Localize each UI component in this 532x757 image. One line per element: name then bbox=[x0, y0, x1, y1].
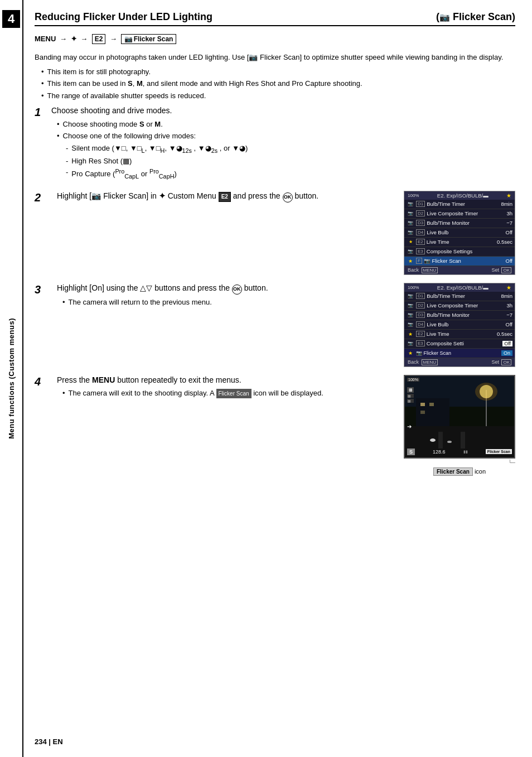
row2-name-d1: Bulb/Time Timer bbox=[427, 293, 501, 299]
menu2-row-e2: ★ E2 Live Time 0.5sec bbox=[404, 330, 515, 339]
row2-icon-e2: ★ bbox=[407, 331, 414, 337]
sidebar-chapter-number: 4 bbox=[2, 10, 20, 28]
menu-path: MENU → ✦ → E2 → 📷 Flicker Scan bbox=[35, 32, 515, 46]
step-2-content: Highlight [📷 Flicker Scan] in ✦ Custom M… bbox=[57, 191, 393, 275]
camera-icon-title: 📷 bbox=[439, 12, 450, 22]
row-val-d2: 3h bbox=[506, 210, 512, 216]
camera-sym: 📷 bbox=[124, 35, 133, 43]
menu2-row-e3: 📷 E3 Composite Setti Off bbox=[404, 339, 515, 349]
row-icon-d3: 📷 bbox=[407, 220, 414, 226]
menu2-row-f: ★ 📷 Flicker Scan On bbox=[404, 349, 515, 358]
bullet-text-3: The range of available shutter speeds is… bbox=[47, 90, 206, 102]
step-2-title: Highlight [📷 Flicker Scan] in ✦ Custom M… bbox=[57, 191, 393, 202]
step-4-bullets: The camera will exit to the shooting dis… bbox=[62, 388, 393, 399]
arrow-indicator: ➔ bbox=[407, 423, 412, 430]
row2-name-d3: Bulb/Time Monitor bbox=[427, 312, 506, 318]
step-3-content: Highlight [On] using the △▽ buttons and … bbox=[57, 283, 393, 367]
svg-rect-9 bbox=[420, 403, 425, 406]
step-4-image: 100% ▩ ▩ ▩ ➔ S bbox=[404, 375, 515, 476]
title-left: Reducing Flicker Under LED Lighting bbox=[35, 11, 212, 23]
row2-icon-e3: 📷 bbox=[407, 340, 414, 347]
row2-label-d1: D1 bbox=[416, 293, 425, 299]
camera-display: 100% ▩ ▩ ▩ ➔ S bbox=[404, 375, 515, 459]
status-icon-1: ▩ bbox=[407, 387, 414, 393]
flicker-scan-menu-path: 📷 Flicker Scan bbox=[121, 34, 177, 44]
menu2-row-d1: 📷 D1 Bulb/Time Timer 8min bbox=[404, 292, 515, 301]
flicker-scan-badge-display: Flicker Scan bbox=[486, 449, 512, 454]
menu-row-d4: 📷 D4 Live Bulb Off bbox=[404, 228, 515, 238]
step-1-content: Choose shooting and drive modes. Choose … bbox=[51, 105, 515, 182]
svg-point-7 bbox=[475, 383, 497, 401]
row-label-f: F bbox=[416, 258, 422, 264]
row2-icon-f: ★ bbox=[407, 350, 414, 356]
row-icon-e3: 📷 bbox=[407, 248, 414, 255]
footer-set-1: Set OK bbox=[491, 267, 511, 273]
row-name-e3: Composite Settings bbox=[427, 248, 512, 254]
row2-val-d3: −7 bbox=[506, 312, 512, 318]
battery-icon: ▮▮ bbox=[463, 450, 468, 454]
svg-rect-3 bbox=[438, 432, 443, 449]
step-1-dash-1: Silent mode (▼□, ▼□L, ▼□H, ▼◕12s , ▼◕2s … bbox=[66, 143, 515, 156]
flicker-badge-legend: Flicker Scan bbox=[433, 467, 473, 476]
arrow2: → bbox=[80, 35, 88, 43]
row2-val-e2: 0.5sec bbox=[497, 331, 512, 337]
step-1-title: Choose shooting and drive modes. bbox=[51, 105, 515, 117]
row2-val-d2: 3h bbox=[506, 302, 512, 308]
bullet-list-desc: This item is for still photography. This… bbox=[41, 66, 515, 102]
camera-menu-1-header: 100% E2. Exp/ISO/BULB/▬ ★ bbox=[404, 191, 515, 200]
row-val-d4: Off bbox=[506, 229, 513, 235]
row-label-e2: E2 bbox=[416, 239, 425, 245]
step-3-number: 3 bbox=[35, 283, 51, 367]
row-label-d1: D1 bbox=[416, 201, 425, 207]
row2-val-f: On bbox=[501, 350, 512, 356]
arrow1: → bbox=[60, 35, 67, 43]
camera-menu-1-footer: Back MENU Set OK bbox=[404, 266, 515, 274]
row2-label-e2: E2 bbox=[416, 331, 425, 337]
row2-label-d3: D3 bbox=[416, 312, 425, 318]
row2-label-e3: E3 bbox=[416, 340, 425, 346]
step-2-number: 2 bbox=[35, 191, 51, 275]
star-icon-m1: ★ bbox=[506, 192, 511, 199]
menu-row-e3: 📷 E3 Composite Settings bbox=[404, 247, 515, 257]
step-1-dash-2: High Res Shot (▦) bbox=[66, 156, 515, 167]
row-icon-d1: 📷 bbox=[407, 201, 414, 208]
ok-button-s3: OK bbox=[232, 285, 242, 295]
footer-set-2: Set OK bbox=[491, 359, 511, 365]
row-label-d4: D4 bbox=[416, 229, 425, 235]
row-label-d2: D2 bbox=[416, 210, 425, 216]
step-4-content: Press the MENU button repeatedly to exit… bbox=[57, 375, 393, 476]
status-icon-2: ▩ bbox=[407, 394, 414, 398]
step-1-bullets: Choose shooting mode S or M. Choose one … bbox=[57, 119, 515, 182]
row-name-d4: Live Bulb bbox=[427, 229, 505, 235]
left-status: ▩ ▩ ▩ bbox=[407, 387, 414, 403]
row2-val-d1: 8min bbox=[501, 293, 512, 299]
page-number: 234 | EN bbox=[35, 737, 63, 746]
step-1-dash-list: Silent mode (▼□, ▼□L, ▼□H, ▼◕12s , ▼◕2s … bbox=[66, 143, 515, 182]
svg-rect-11 bbox=[420, 411, 425, 414]
step-1: 1 Choose shooting and drive modes. Choos… bbox=[35, 105, 515, 182]
bullet-3: The range of available shutter speeds is… bbox=[41, 90, 515, 102]
row-val-e2: 0.5sec bbox=[497, 239, 512, 245]
e2-badge-s2: E2 bbox=[219, 192, 231, 202]
row2-label-d4: D4 bbox=[416, 321, 425, 327]
svg-rect-4 bbox=[461, 432, 465, 449]
row2-val-e3: Off bbox=[502, 341, 512, 346]
step-1-bullet-1: Choose shooting mode S or M. bbox=[57, 119, 515, 130]
menu2-row-d3: 📷 D3 Bulb/Time Monitor −7 bbox=[404, 311, 515, 320]
row-name-d2: Live Composite Timer bbox=[427, 210, 506, 216]
camera-menu-1: 100% E2. Exp/ISO/BULB/▬ ★ 📷 D1 Bulb/Time… bbox=[404, 191, 515, 275]
step-4-number: 4 bbox=[35, 375, 51, 476]
step-2-image: 100% E2. Exp/ISO/BULB/▬ ★ 📷 D1 Bulb/Time… bbox=[404, 191, 515, 275]
step-1-bullet-2: Choose one of the following drive modes: bbox=[57, 131, 515, 142]
menu2-row-d2: 📷 D2 Live Composite Timer 3h bbox=[404, 301, 515, 311]
mode-indicator: S bbox=[407, 449, 415, 455]
row2-label-d2: D2 bbox=[416, 302, 425, 308]
row-icon-d4: 📷 bbox=[407, 229, 414, 236]
bullet-2: This item can be used in S, M, and silen… bbox=[41, 78, 515, 89]
sidebar: 4 Menu functions (Custom menus) bbox=[0, 0, 23, 757]
row-label-e3: E3 bbox=[416, 248, 425, 254]
icon-text: icon bbox=[475, 468, 486, 475]
footer-back-1: Back MENU bbox=[408, 267, 438, 273]
step-4: 4 Press the MENU button repeatedly to ex… bbox=[35, 375, 515, 476]
row-name-e2: Live Time bbox=[427, 239, 497, 245]
